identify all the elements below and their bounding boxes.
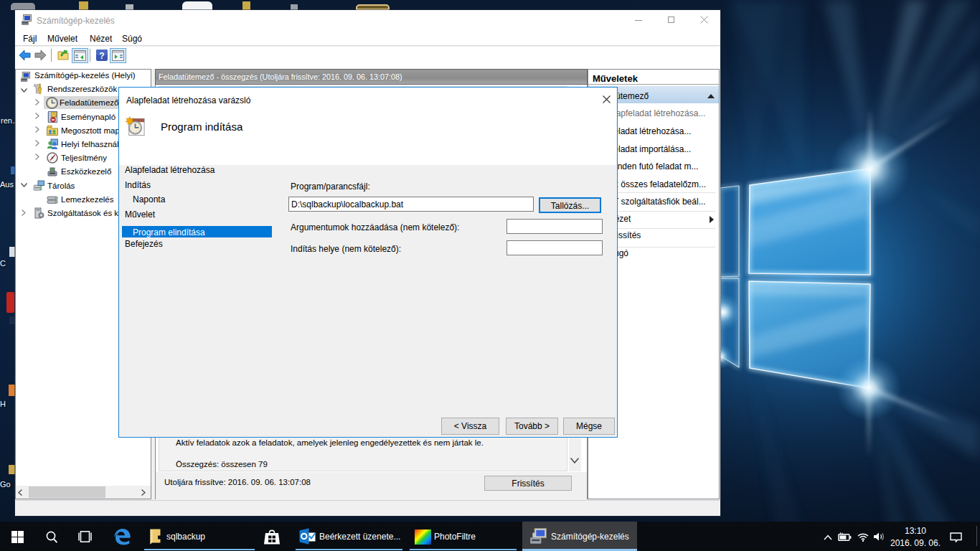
svg-text:?: ?	[99, 51, 104, 61]
